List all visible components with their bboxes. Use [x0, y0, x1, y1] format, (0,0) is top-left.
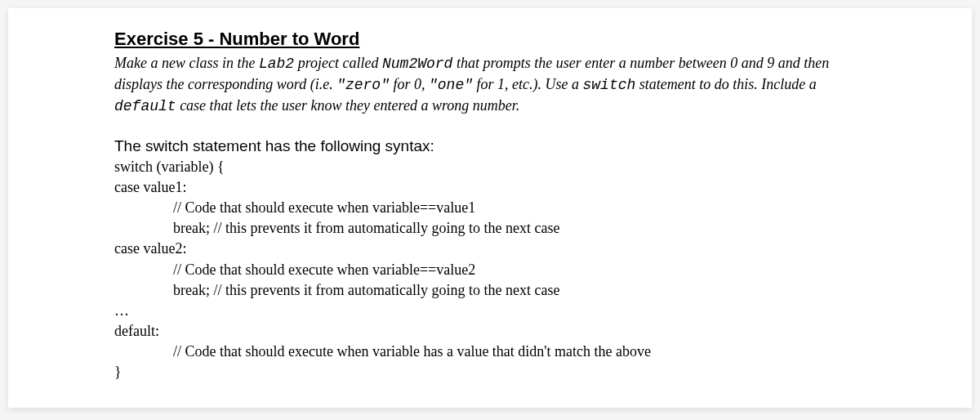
- document-page: Exercise 5 - Number to Word Make a new c…: [8, 8, 972, 408]
- desc-text: case that lets the user know they entere…: [176, 97, 520, 114]
- code-line: case value1:: [114, 177, 866, 198]
- code-line: break; // this prevents it from automati…: [114, 280, 866, 301]
- code-term-one: "one": [429, 77, 473, 93]
- exercise-description: Make a new class in the Lab2 project cal…: [114, 53, 866, 118]
- syntax-intro: The switch statement has the following s…: [114, 137, 866, 155]
- code-line: switch (variable) {: [114, 157, 866, 177]
- code-term-zero: "zero": [336, 77, 390, 93]
- code-line: // Code that should execute when variabl…: [114, 260, 866, 280]
- code-term-switch: switch: [582, 77, 635, 93]
- desc-text: statement to do this. Include a: [635, 76, 816, 92]
- code-line: // Code that should execute when variabl…: [114, 198, 866, 218]
- code-line: …: [114, 301, 866, 321]
- code-term-lab2: Lab2: [259, 56, 294, 72]
- code-line: // Code that should execute when variabl…: [114, 342, 866, 362]
- desc-text: Make a new class in the: [114, 55, 259, 71]
- desc-text: project called: [294, 55, 382, 71]
- desc-text: for 1, etc.). Use a: [473, 76, 582, 92]
- code-line: }: [114, 362, 866, 382]
- code-line: break; // this prevents it from automati…: [114, 218, 866, 239]
- exercise-heading: Exercise 5 - Number to Word: [114, 29, 866, 50]
- code-line: case value2:: [114, 239, 866, 259]
- code-term-default: default: [114, 98, 176, 114]
- desc-text: for 0,: [390, 76, 429, 92]
- code-line: default:: [114, 321, 866, 342]
- code-term-num2word: Num2Word: [382, 56, 452, 72]
